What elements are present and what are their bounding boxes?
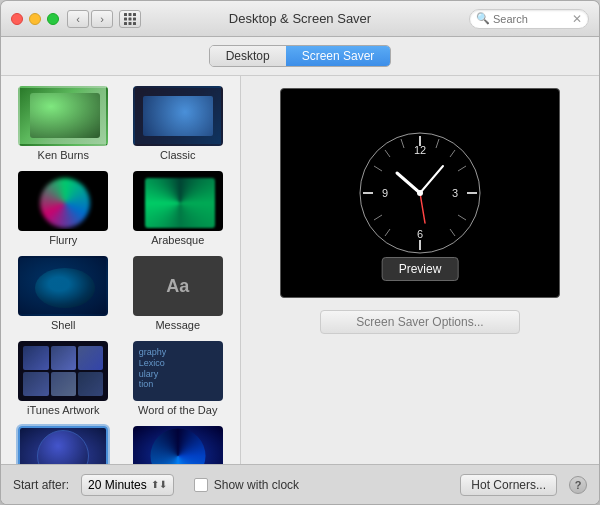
svg-line-20 — [374, 215, 382, 220]
forward-button[interactable]: › — [91, 10, 113, 28]
bottom-bar: Start after: 20 Minutes ⬆⬇ Show with clo… — [1, 464, 599, 504]
tab-screensaver[interactable]: Screen Saver — [286, 46, 391, 66]
list-item[interactable]: Arabesque — [124, 169, 233, 248]
list-item[interactable]: Shell — [9, 254, 118, 333]
svg-rect-5 — [133, 17, 136, 20]
hot-corners-button[interactable]: Hot Corners... — [460, 474, 557, 496]
svg-line-19 — [374, 166, 382, 171]
list-item[interactable]: Flurry — [9, 169, 118, 248]
svg-text:9: 9 — [382, 187, 388, 199]
svg-line-15 — [450, 150, 455, 157]
back-button[interactable]: ‹ — [67, 10, 89, 28]
svg-rect-8 — [133, 22, 136, 25]
screensaver-thumbnail-itunes-artwork — [18, 341, 108, 401]
svg-line-28 — [397, 173, 420, 193]
svg-line-16 — [458, 166, 466, 171]
list-item[interactable]: Ken Burns — [9, 84, 118, 163]
close-button[interactable] — [11, 13, 23, 25]
screensaver-thumbnail-flurry — [18, 171, 108, 231]
screensaver-label-word-of-day: Word of the Day — [138, 404, 217, 416]
search-clear-icon[interactable]: ✕ — [572, 12, 582, 26]
show-with-clock-checkbox[interactable] — [194, 478, 208, 492]
svg-line-17 — [401, 139, 404, 148]
screensaver-label-classic: Classic — [160, 149, 195, 161]
tab-desktop[interactable]: Desktop — [210, 46, 286, 66]
preview-area: 12 3 6 9 Preview — [280, 88, 560, 298]
screensaver-thumbnail-message: Aa — [133, 256, 223, 316]
show-with-clock-area: Show with clock — [194, 478, 299, 492]
minimize-button[interactable] — [29, 13, 41, 25]
svg-rect-7 — [129, 22, 132, 25]
search-box[interactable]: 🔍 ✕ — [469, 9, 589, 29]
tab-toolbar: Desktop Screen Saver — [1, 37, 599, 76]
maximize-button[interactable] — [47, 13, 59, 25]
duration-dropdown[interactable]: 20 Minutes ⬆⬇ — [81, 474, 174, 496]
screensaver-thumbnail-classic — [133, 86, 223, 146]
show-with-clock-label: Show with clock — [214, 478, 299, 492]
svg-line-21 — [385, 229, 390, 236]
list-item[interactable]: iTunes Artwork — [9, 339, 118, 418]
nav-buttons: ‹ › — [67, 10, 113, 28]
main-content: Ken Burns Classic Flurry Arabesque — [1, 76, 599, 464]
titlebar: ‹ › Desktop & Screen Saver 🔍 ✕ — [1, 1, 599, 37]
window-title: Desktop & Screen Saver — [229, 11, 371, 26]
help-button[interactable]: ? — [569, 476, 587, 494]
svg-line-23 — [458, 215, 466, 220]
screensaver-label-flurry: Flurry — [49, 234, 77, 246]
list-item[interactable]: Apple Watch — [9, 424, 118, 464]
svg-rect-6 — [124, 22, 127, 25]
main-window: ‹ › Desktop & Screen Saver 🔍 ✕ — [1, 1, 599, 504]
svg-text:3: 3 — [452, 187, 458, 199]
screensaver-thumbnail-random — [133, 426, 223, 464]
clock-preview: 12 3 6 9 — [355, 128, 485, 258]
traffic-lights — [11, 13, 59, 25]
svg-text:12: 12 — [414, 144, 426, 156]
screensaver-label-shell: Shell — [51, 319, 75, 331]
list-item[interactable]: graphyLexicoularytion Word of the Day — [124, 339, 233, 418]
svg-text:6: 6 — [417, 228, 423, 240]
screensaver-grid: Ken Burns Classic Flurry Arabesque — [9, 84, 232, 464]
screensaver-options-button[interactable]: Screen Saver Options... — [320, 310, 520, 334]
svg-line-14 — [436, 139, 439, 148]
svg-line-29 — [420, 166, 443, 193]
screensaver-label-ken-burns: Ken Burns — [38, 149, 89, 161]
dropdown-arrows-icon: ⬆⬇ — [151, 480, 167, 490]
screensaver-label-message: Message — [155, 319, 200, 331]
screensaver-label-arabesque: Arabesque — [151, 234, 204, 246]
screensaver-thumbnail-word-of-day: graphyLexicoularytion — [133, 341, 223, 401]
list-item[interactable]: Random — [124, 424, 233, 464]
search-icon: 🔍 — [476, 12, 490, 25]
svg-line-30 — [420, 193, 425, 223]
start-after-label: Start after: — [13, 478, 69, 492]
search-input[interactable] — [493, 13, 563, 25]
svg-rect-2 — [133, 13, 136, 16]
screensaver-thumbnail-shell — [18, 256, 108, 316]
screensaver-thumbnail-apple-watch — [18, 426, 108, 464]
message-thumb-text: Aa — [166, 276, 189, 297]
grid-view-button[interactable] — [119, 10, 141, 28]
svg-rect-0 — [124, 13, 127, 16]
svg-rect-4 — [129, 17, 132, 20]
svg-point-31 — [417, 190, 423, 196]
tab-group: Desktop Screen Saver — [209, 45, 392, 67]
svg-rect-1 — [129, 13, 132, 16]
list-item[interactable]: Classic — [124, 84, 233, 163]
svg-line-18 — [385, 150, 390, 157]
preview-button[interactable]: Preview — [382, 257, 459, 281]
word-thumb-text: graphyLexicoularytion — [139, 347, 217, 390]
screensaver-thumbnail-arabesque — [133, 171, 223, 231]
duration-value: 20 Minutes — [88, 478, 147, 492]
screensaver-label-itunes-artwork: iTunes Artwork — [27, 404, 99, 416]
svg-line-22 — [450, 229, 455, 236]
screensaver-thumbnail-ken-burns — [18, 86, 108, 146]
list-item[interactable]: Aa Message — [124, 254, 233, 333]
screensaver-list: Ken Burns Classic Flurry Arabesque — [1, 76, 241, 464]
preview-panel: 12 3 6 9 Preview Screen Saver Options... — [241, 76, 599, 464]
svg-rect-3 — [124, 17, 127, 20]
